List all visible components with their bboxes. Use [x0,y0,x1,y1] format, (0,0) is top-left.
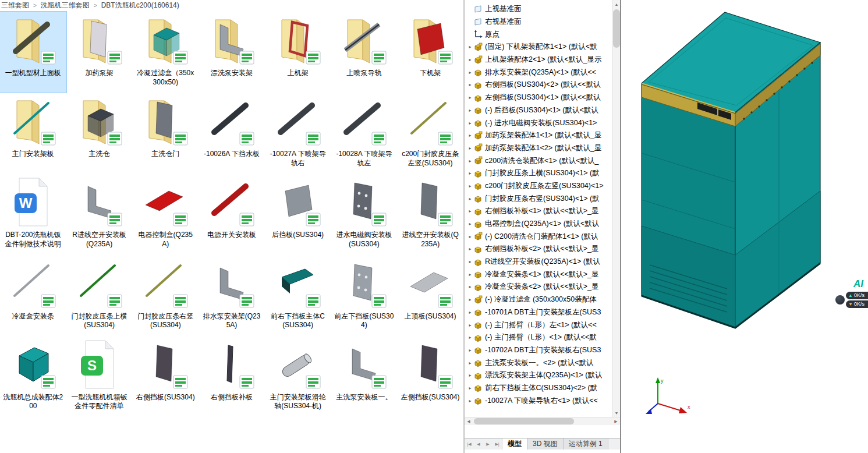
expand-arrow-icon[interactable]: ▸ [467,121,473,126]
tree-item[interactable]: ▸ 电器控制盒(Q235A)<1> (默认<默认 [467,218,611,231]
tree-item[interactable]: ▸ -10027A 下喷架导轨右<1> (默认<< [467,394,611,407]
expand-arrow-icon[interactable]: ▸ [467,183,473,189]
file-item[interactable]: 上喷泵导轨 [331,12,398,93]
tree-item[interactable]: 上视基准面 [467,3,611,16]
expand-arrow-icon[interactable]: ▸ [467,158,473,164]
expand-arrow-icon[interactable]: ▸ [467,234,473,239]
expand-arrow-icon[interactable]: ▸ [467,348,473,353]
expand-arrow-icon[interactable]: ▸ [467,133,473,138]
file-item[interactable]: S 一型洗瓶机机箱钣金件零配件清单 [66,336,133,417]
expand-arrow-icon[interactable]: ▸ [467,146,473,151]
file-item[interactable]: -10027A 下喷架导轨右 [265,93,331,174]
tab-nav-icon[interactable]: |◀ [465,438,474,450]
horizontal-scrollbar[interactable]: ◀ ▶ [465,417,620,425]
tree-item[interactable]: ▸ (-) 主门摇臂（L形）左<1> (默认<< [467,318,611,331]
vertical-scroll-thumb[interactable] [613,9,620,48]
expand-arrow-icon[interactable]: ▸ [467,398,473,404]
horizontal-scroll-track[interactable] [473,417,612,425]
file-item[interactable]: 主门安装架板滑轮轴(SUS304-机) [265,336,331,417]
network-speed-widget[interactable]: AI ▲0K/s ▼0K/s [835,278,868,309]
tab-model-active[interactable]: 模型 [502,438,527,450]
file-item[interactable]: 加药泵架 [66,12,133,93]
breadcrumb-item[interactable]: 洗瓶机三维套图 [41,1,90,10]
expand-arrow-icon[interactable]: ▸ [467,57,473,62]
expand-arrow-icon[interactable]: ▸ [467,82,473,87]
tree-item[interactable]: ▸ 排水泵安装架(Q235A)<1> (默认<< [467,66,611,79]
scroll-left-icon[interactable]: ◀ [465,417,473,425]
expand-arrow-icon[interactable]: ▸ [467,171,473,176]
horizontal-scroll-thumb[interactable] [474,418,574,424]
tab-nav-icon[interactable]: ▶ [483,438,493,450]
tree-item[interactable]: ▸ 右侧挡板(SUS304)<2> (默认<<默认 [467,79,611,91]
file-item[interactable]: 上顶板(SUS304) [397,255,463,336]
file-item[interactable]: W DBT-200洗瓶机钣金件制做技术说明 [0,174,66,254]
file-item[interactable]: 后挡板(SUS304) [265,174,331,254]
tab-nav-icon[interactable]: ▶| [493,438,502,450]
file-item[interactable]: 进水电磁阀安装板(SUS304) [331,174,398,254]
tree-item[interactable]: ▸ 右侧挡板补板<1> (默认<<默认>_显 [467,205,611,218]
file-item[interactable]: 门封胶皮压条上横(SUS304) [66,255,133,336]
file-item[interactable]: 前右下挡板主体C(SUS304) [265,255,331,336]
tree-item[interactable]: ▸ 冷凝盒安装条<2> (默认<<默认>_显 [467,281,611,293]
file-item[interactable]: 主洗仓 [66,93,133,174]
file-item[interactable]: 进线空开安装板(Q235A) [397,174,463,254]
tree-item[interactable]: ▸ c200清洗仓装配体<1> (默认<默认_ [467,154,611,167]
tree-item[interactable]: ▸ R进线空开安装板(Q235A)<1> (默认 [467,256,611,268]
expand-arrow-icon[interactable]: ▸ [467,221,473,226]
tree-item[interactable]: ▸ 门封胶皮压条右竖(SUS304)<1> (默 [467,192,611,205]
expand-arrow-icon[interactable]: ▸ [467,284,473,289]
file-item[interactable]: -10028A 下喷架导轨左 [331,93,398,174]
tree-item[interactable]: ▸ 主洗泵安装板一。<2> (默认<默认 [467,356,611,369]
file-item[interactable]: 电源开关安装板 [199,174,265,254]
file-item[interactable]: 上机架 [265,12,331,93]
tree-item[interactable]: ▸ 漂洗泵安装架主体(Q235A)<1> (默认 [467,369,611,382]
breadcrumb-item[interactable]: 三维套图 [1,1,29,10]
file-item[interactable]: 前左下挡板(SUS304) [331,255,398,336]
file-item[interactable]: 左侧挡板(SUS304) [397,336,463,417]
expand-arrow-icon[interactable]: ▸ [467,259,473,264]
expand-arrow-icon[interactable]: ▸ [467,70,473,75]
expand-arrow-icon[interactable]: ▸ [467,208,473,214]
expand-arrow-icon[interactable]: ▸ [467,310,473,315]
expand-arrow-icon[interactable]: ▸ [467,108,473,113]
file-item[interactable]: 右侧挡板(SUS304) [132,336,199,417]
graphics-viewport[interactable]: y x AI ▲0K/s ▼0K/s [620,0,868,453]
expand-arrow-icon[interactable]: ▸ [467,385,473,391]
tree-item[interactable]: 原点 [467,28,611,41]
floating-ball-icon[interactable] [835,295,845,305]
scroll-right-icon[interactable]: ▶ [612,417,620,425]
expand-arrow-icon[interactable]: ▸ [467,95,473,100]
tree-item[interactable]: ▸ c200门封胶皮压条左竖(SUS304)<1> [467,180,611,193]
tree-item[interactable]: ▸ (固定) 下机架装配体1<1> (默认<默 [467,41,611,54]
tree-item[interactable]: ▸ 加药泵架装配体1<2> (默认<默认_显 [467,142,611,155]
file-item[interactable]: 门封胶皮压条右竖(SUS304) [132,255,199,336]
vertical-scrollbar[interactable]: ▲ ▼ [612,0,620,417]
expand-arrow-icon[interactable]: ▸ [467,196,473,201]
tree-item[interactable]: ▸ 门封胶皮压条上横(SUS304)<1> (默 [467,167,611,180]
file-item[interactable]: 排水泵安装架(Q235A) [199,255,265,336]
file-item[interactable]: 主门安装架板 [0,93,66,174]
tree-item[interactable]: ▸ (-) 后挡板(SUS304)<1> (默认<默认 [467,104,611,117]
tree-item[interactable]: ▸ 右侧挡板补板<2> (默认<<默认>_显 [467,243,611,256]
tree-item[interactable]: ▸ (-) 冷凝过滤盒 (350x300x50装配体 [467,293,611,306]
file-item[interactable]: 漂洗泵安装架 [199,12,265,93]
expand-arrow-icon[interactable]: ▸ [467,246,473,252]
tree-item[interactable]: 右视基准面 [467,16,611,29]
tree-item[interactable]: ▸ 左侧挡板(SUS304)<1> (默认<<默认 [467,91,611,104]
file-item[interactable]: 洗瓶机总成装配体200 [0,336,66,417]
expand-arrow-icon[interactable]: ▸ [467,360,473,366]
breadcrumb-item[interactable]: DBT洗瓶机c200(160614) [101,1,179,10]
scroll-up-icon[interactable]: ▲ [612,0,620,8]
file-item[interactable]: 主洗仓门 [132,93,199,174]
tree-item[interactable]: ▸ 上机架装配体2<1> (默认<默认_显示 [467,54,611,66]
tab-item[interactable]: 运动算例 1 [564,438,608,450]
file-item[interactable]: 下机架 [397,12,463,93]
expand-arrow-icon[interactable]: ▸ [467,44,473,49]
tab-item[interactable]: 3D 视图 [527,438,564,450]
file-item[interactable]: 一型机型材上面板 [0,12,66,93]
tree-item[interactable]: ▸ (-) C200清洗仓门装配体1<1> (默认 [467,230,611,243]
file-item[interactable]: 右侧挡板补板 [199,336,265,417]
file-item[interactable]: c200门封胶皮压条左竖(SUS304) [397,93,463,174]
file-item[interactable]: R进线空开安装板(Q235A) [66,174,133,254]
tree-item[interactable]: ▸ 前右下挡板主体C(SUS304)<2> (默 [467,382,611,395]
